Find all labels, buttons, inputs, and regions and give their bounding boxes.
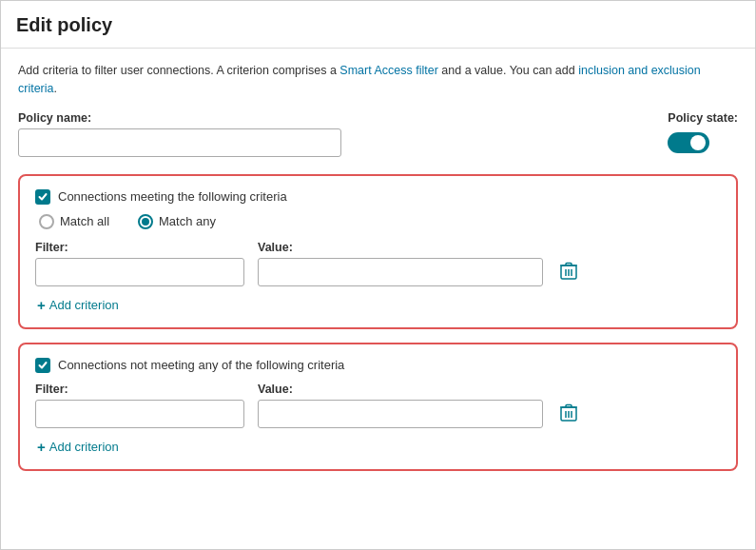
exclusion-plus-icon: + [37,440,46,454]
exclusion-delete-button[interactable] [556,402,581,424]
toggle-slider [668,132,709,153]
exclusion-criteria-checkbox[interactable] [35,358,50,373]
inclusion-value-input[interactable] [258,258,543,286]
exclusion-add-criterion-button[interactable]: + Add criterion [37,438,119,456]
inclusion-filter-input[interactable] [35,258,244,286]
inclusion-criteria-title: Connections meeting the following criter… [58,189,287,204]
match-any-label: Match any [159,214,216,228]
info-text: Add criteria to filter user connections.… [18,62,738,98]
policy-form-row: Policy name: Policy state: [18,111,738,157]
content-area: Add criteria to filter user connections.… [1,49,755,498]
inclusion-value-label: Value: [258,241,543,254]
policy-state-group: Policy state: [668,111,738,153]
exclusion-filter-input[interactable] [35,400,244,428]
smart-access-filter-link[interactable]: Smart Access filter [339,64,438,77]
exclusion-criteria-title: Connections not meeting any of the follo… [58,358,344,372]
inclusion-plus-icon: + [37,298,46,312]
inclusion-filter-field: Filter: [35,241,244,286]
page-title: Edit policy [16,14,740,36]
page-container: Edit policy Add criteria to filter user … [0,0,756,550]
inclusion-add-criterion-label: Add criterion [49,298,119,312]
match-radio-group: Match all Match any [39,214,721,229]
trash-icon-excl [560,403,577,422]
inclusion-filter-label: Filter: [35,241,244,254]
match-any-option[interactable]: Match any [138,214,216,229]
match-all-option[interactable]: Match all [39,214,109,229]
page-header: Edit policy [1,1,755,49]
checkmark-icon-excl [38,361,48,370]
policy-name-input[interactable] [18,128,341,157]
trash-icon [560,262,577,281]
inclusion-delete-button[interactable] [556,260,581,283]
exclusion-criteria-header: Connections not meeting any of the follo… [35,358,721,373]
exclusion-value-input[interactable] [258,400,543,428]
checkmark-icon [38,192,48,202]
inclusion-add-criterion-button[interactable]: + Add criterion [37,296,119,314]
exclusion-filter-value-row: Filter: Value: [35,383,721,428]
policy-state-label: Policy state: [668,111,738,125]
inclusion-filter-value-row: Filter: Value: [35,241,721,286]
exclusion-add-criterion-label: Add criterion [49,440,119,454]
match-all-label: Match all [60,214,109,228]
inclusion-value-field: Value: [258,241,543,286]
match-any-radio[interactable] [138,214,153,229]
inclusion-criteria-header: Connections meeting the following criter… [35,189,721,205]
exclusion-filter-label: Filter: [35,383,244,396]
policy-name-label: Policy name: [18,111,341,125]
exclusion-filter-field: Filter: [35,383,244,428]
inclusion-criteria-box: Connections meeting the following criter… [18,174,738,329]
match-all-radio[interactable] [39,214,54,229]
exclusion-value-label: Value: [258,383,543,396]
inclusion-criteria-checkbox[interactable] [35,189,50,205]
exclusion-value-field: Value: [258,383,543,428]
exclusion-criteria-box: Connections not meeting any of the follo… [18,343,738,471]
policy-name-group: Policy name: [18,111,341,157]
policy-state-toggle[interactable] [668,132,709,153]
